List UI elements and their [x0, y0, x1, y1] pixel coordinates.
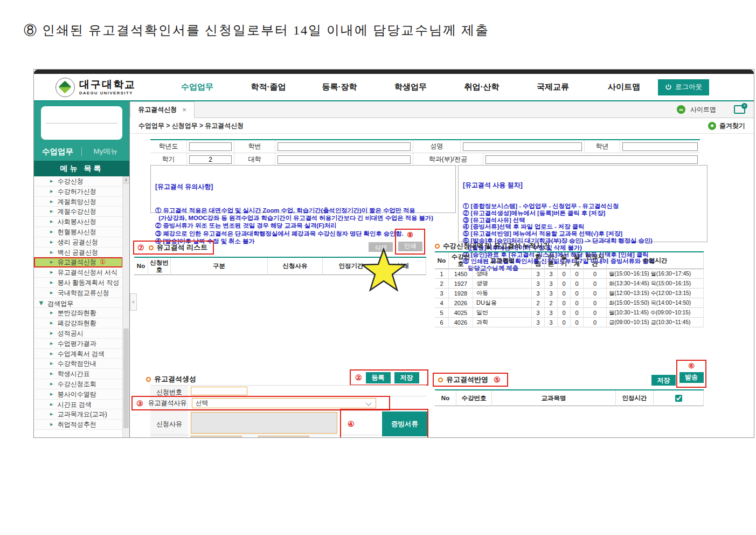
sidebar-menu-item[interactable]: ▶ 사회봉사신청 [34, 217, 123, 227]
nav-item[interactable]: 학생업무 [375, 82, 446, 92]
menu-arrow-icon: ▶ [50, 361, 53, 365]
apply-no-input[interactable] [191, 387, 247, 395]
sidebar-tab-my-menu[interactable]: My메뉴 [82, 147, 129, 156]
course-code: 4025 [449, 308, 473, 318]
sidebar-menu-item[interactable]: ▶ 학생시간표 [34, 369, 123, 379]
menu-arrow-icon: ▶ [50, 321, 53, 325]
sidebar-menu-item[interactable]: ▶ 수강신청조회 [34, 379, 123, 389]
procedure-line: ③ [유고결석사유] 선택 [463, 217, 703, 224]
dept-input[interactable] [485, 155, 698, 164]
credit: 3 [532, 308, 545, 318]
course-name: 생명 [473, 279, 532, 289]
section-bullet-icon [149, 245, 154, 250]
period-end-input[interactable] [258, 436, 309, 438]
sidebar-menu-item[interactable]: ▶ 수강신청 [34, 176, 123, 187]
sidebar-menu-item[interactable]: ▶ 수강학점안내 [34, 359, 123, 369]
term-label: 학기 [150, 153, 187, 166]
sitemap-icon[interactable]: m [677, 105, 685, 114]
sidebar-menu-item[interactable]: ▶ 분반강좌현황 [34, 308, 123, 318]
theory-hours: 3 [545, 308, 558, 318]
sidebar-menu-item[interactable]: ▶ 수업계획서 검색 [34, 349, 123, 359]
sidebar-menu-item[interactable]: ▶ 유고결석신청 ① [34, 257, 123, 268]
reflect-select-all-checkbox[interactable] [675, 395, 682, 402]
sidebar-collapse-handle[interactable]: < [130, 293, 137, 311]
annotation-8: ⑧ [396, 230, 424, 241]
nav-item[interactable]: 등록·장학 [304, 82, 375, 92]
student-id-input[interactable] [278, 142, 411, 151]
tab-close-icon[interactable]: × [182, 106, 186, 114]
menu-arrow-icon: ▶ [50, 189, 53, 193]
nav-item[interactable]: 수업업무 [162, 82, 233, 92]
credit: 3 [532, 318, 545, 327]
course-name: DU실용 [473, 298, 532, 308]
sitemap-label[interactable]: 사이트맵 [690, 105, 716, 114]
window-close-icon[interactable] [734, 105, 745, 114]
chevron-down-icon [365, 400, 371, 406]
menu-arrow-icon: ▶ [50, 382, 53, 386]
reflect-header-name: 교과목명 [492, 390, 616, 406]
document-tab-bar: 유고결석신청 × m 사이트맵 [130, 101, 754, 118]
reason-type-select[interactable]: 선택 [192, 398, 376, 408]
page-title: ⑧ 인쇄된 유고결석확인서를 신청일로부터 14일 이내에 담당교수님께 제출 [24, 22, 489, 39]
nav-item[interactable]: 취업·산학 [446, 82, 517, 92]
create-section-header: 유고결석생성 [146, 374, 196, 384]
sidebar-menu-item[interactable]: ▶ 교과목개요(교과) [34, 409, 123, 420]
list-column-header: 신청사유 [268, 258, 323, 275]
sidebar-scrollbar[interactable]: ∧ [122, 176, 129, 438]
theory-hours: 2 [545, 298, 558, 308]
window-top-bar [34, 70, 754, 74]
college-input[interactable] [278, 155, 411, 164]
sidebar-menu-item[interactable]: ▶ 취업적성추천 [34, 420, 123, 430]
credit: 3 [532, 289, 545, 298]
sidebar: 수업업무 My메뉴 메뉴 목록 ▶ 수강신청 ▶ [34, 101, 130, 438]
sidebar-menu-item[interactable]: ▶ 시간표 검색 [34, 400, 123, 410]
term-input[interactable] [189, 155, 232, 164]
create-buttons-box: ② 등록 저장 [350, 369, 428, 386]
sidebar-tabs: 수업업무 My메뉴 [34, 142, 129, 161]
logout-button[interactable]: 로그아웃 [658, 79, 709, 95]
reason-textarea[interactable] [191, 412, 337, 434]
sidebar-menu-item[interactable]: ▶ 수업평가결과 [34, 339, 123, 349]
grade-input[interactable] [622, 142, 698, 151]
nav-item[interactable]: 국제교류 [517, 82, 588, 92]
period-start-input[interactable] [191, 436, 242, 438]
sidebar-menu-item[interactable]: ▶ 백신 공결신청 [34, 248, 123, 258]
sidebar-menu-item[interactable]: ▶ 헌혈봉사신청 [34, 227, 123, 237]
sidebar-menu-item[interactable]: ▶ 폐강강좌현황 [34, 318, 123, 328]
nav-item[interactable]: 학적·졸업 [233, 82, 304, 92]
send-button[interactable]: 발송 [679, 372, 704, 383]
nav-item[interactable]: 사이트맵 [588, 82, 660, 92]
sidebar-menu-item[interactable]: ▶ 계절수강신청 [34, 207, 123, 217]
register-button[interactable]: 등록 [366, 372, 391, 383]
evidence-button[interactable]: 증빙서류 [382, 411, 427, 436]
sidebar-menu-item[interactable]: ▶ 검색업무 [34, 298, 123, 308]
sidebar-menu-item[interactable]: ▶ 수강허가신청 [34, 187, 123, 197]
notice-line: ① 유고결석 적용은 대면수업 및 실시간 Zoom 수업, 학습기간(출석인정… [155, 207, 451, 214]
scroll-up-icon[interactable]: ∧ [123, 176, 129, 184]
theory-hours: 3 [545, 269, 558, 279]
create-save-button[interactable]: 저장 [394, 372, 419, 383]
calendar-icon[interactable] [234, 437, 240, 438]
name-input[interactable] [463, 142, 582, 151]
year-input[interactable] [189, 142, 232, 151]
sidebar-menu-item[interactable]: ▶ 계절희망신청 [34, 197, 123, 207]
sidebar-menu-item[interactable]: ▶ 성적공시 [34, 328, 123, 339]
procedure-line: ② [유고결석생성]메뉴에서 [등록]버튼 클릭 후 [저장] [463, 210, 703, 217]
reason-label: 신청사유 [151, 420, 187, 429]
sidebar-menu-item[interactable]: ▶ 국내학점교류신청 [34, 288, 123, 298]
recognized-hours: 0 [584, 298, 607, 308]
sidebar-menu-item[interactable]: ▶ 봉사 활동계획서 작성 [34, 278, 123, 288]
reason-type-row: ③ 유고결석사유 선택 [131, 396, 390, 410]
calendar-icon[interactable] [302, 437, 307, 438]
design-hours: 0 [571, 279, 584, 289]
practice-hours: 0 [558, 308, 571, 318]
scrollbar-thumb[interactable] [123, 328, 129, 428]
tab-absence-application[interactable]: 유고결석신청 × [130, 101, 195, 118]
sidebar-menu-item[interactable]: ▶ 봉사이수열람 [34, 389, 123, 400]
sidebar-menu-item[interactable]: ▶ 생리 공결신청 [34, 237, 123, 248]
sidebar-menu-item[interactable]: ▶ 유고결석신청서 서식 [34, 268, 123, 278]
sidebar-tab-course-work[interactable]: 수업업무 [34, 147, 81, 157]
reflect-save-button[interactable]: 저장 [651, 375, 676, 386]
favorite-button[interactable]: ★ 즐겨찾기 [708, 121, 745, 131]
grade-label: 학년 [585, 140, 620, 153]
